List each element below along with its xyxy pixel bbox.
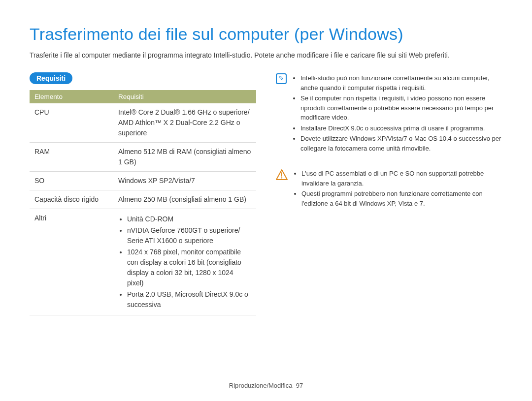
cell-label-os: SO <box>30 172 113 190</box>
cell-value-os: Windows XP SP2/Vista/7 <box>113 172 256 190</box>
document-page: Trasferimento dei file sul computer (per… <box>0 0 532 401</box>
svg-point-2 <box>281 177 283 179</box>
intro-paragraph: Trasferite i file al computer mediante i… <box>30 50 502 61</box>
cell-label-cpu: CPU <box>30 103 113 143</box>
cell-value-cpu: Intel® Core 2 Dual® 1.66 GHz o superiore… <box>113 103 256 143</box>
header-element: Elemento <box>30 90 113 103</box>
table-row: RAM Almeno 512 MB di RAM (consigliati al… <box>30 143 256 172</box>
table-row: Capacità disco rigido Almeno 250 MB (con… <box>30 190 256 209</box>
requirements-table: Elemento Requisiti CPU Intel® Core 2 Dua… <box>30 90 256 315</box>
right-column: ✎ Intelli-studio può non funzionare corr… <box>276 72 502 315</box>
footer-section: Riproduzione/Modifica <box>229 382 293 389</box>
list-item: 1024 x 768 pixel, monitor compatibile co… <box>127 247 251 288</box>
warning-icon <box>276 169 288 183</box>
cell-value-ram: Almeno 512 MB di RAM (consigliati almeno… <box>113 143 256 172</box>
two-column-layout: Requisiti Elemento Requisiti CPU Intel® … <box>30 72 502 315</box>
cell-label-disk: Capacità disco rigido <box>30 190 113 209</box>
info-note-list: Intelli-studio può non funzionare corret… <box>292 72 502 154</box>
other-requirements-list: Unità CD-ROM nVIDIA Geforce 7600GT o sup… <box>118 214 251 310</box>
table-row: CPU Intel® Core 2 Dual® 1.66 GHz o super… <box>30 103 256 143</box>
footer-page-number: 97 <box>296 382 303 389</box>
cell-label-ram: RAM <box>30 143 113 172</box>
header-requirement: Requisiti <box>113 90 256 103</box>
section-label-pill: Requisiti <box>30 72 72 84</box>
list-item: Porta 2.0 USB, Microsoft DirectX 9.0c o … <box>127 289 251 310</box>
cell-value-other: Unità CD-ROM nVIDIA Geforce 7600GT o sup… <box>113 209 256 315</box>
cell-label-other: Altri <box>30 209 113 315</box>
list-item: Questi programmi potrebbero non funziona… <box>301 189 502 208</box>
table-header-row: Elemento Requisiti <box>30 90 256 103</box>
list-item: Dovete utilizzare Windows XP/Vista/7 o M… <box>300 134 502 153</box>
cell-value-disk: Almeno 250 MB (consigliati almeno 1 GB) <box>113 190 256 209</box>
table-row: Altri Unità CD-ROM nVIDIA Geforce 7600GT… <box>30 209 256 315</box>
list-item: Installare DirectX 9.0c o successiva pri… <box>300 123 502 133</box>
left-column: Requisiti Elemento Requisiti CPU Intel® … <box>30 72 256 315</box>
warning-note-box: L'uso di PC assemblati o di un PC e SO n… <box>276 168 502 209</box>
warning-note-list: L'uso di PC assemblati o di un PC e SO n… <box>293 168 502 209</box>
table-row: SO Windows XP SP2/Vista/7 <box>30 172 256 190</box>
info-icon: ✎ <box>276 73 287 84</box>
page-footer: Riproduzione/Modifica 97 <box>0 382 532 389</box>
list-item: Intelli-studio può non funzionare corret… <box>300 73 502 93</box>
list-item: Unità CD-ROM <box>127 214 251 224</box>
list-item: nVIDIA Geforce 7600GT o superiore/ Serie… <box>127 225 251 246</box>
list-item: Se il computer non rispetta i requisiti,… <box>300 93 502 123</box>
page-title: Trasferimento dei file sul computer (per… <box>30 25 502 47</box>
info-note-box: ✎ Intelli-studio può non funzionare corr… <box>276 72 502 154</box>
list-item: L'uso di PC assemblati o di un PC e SO n… <box>301 169 502 188</box>
